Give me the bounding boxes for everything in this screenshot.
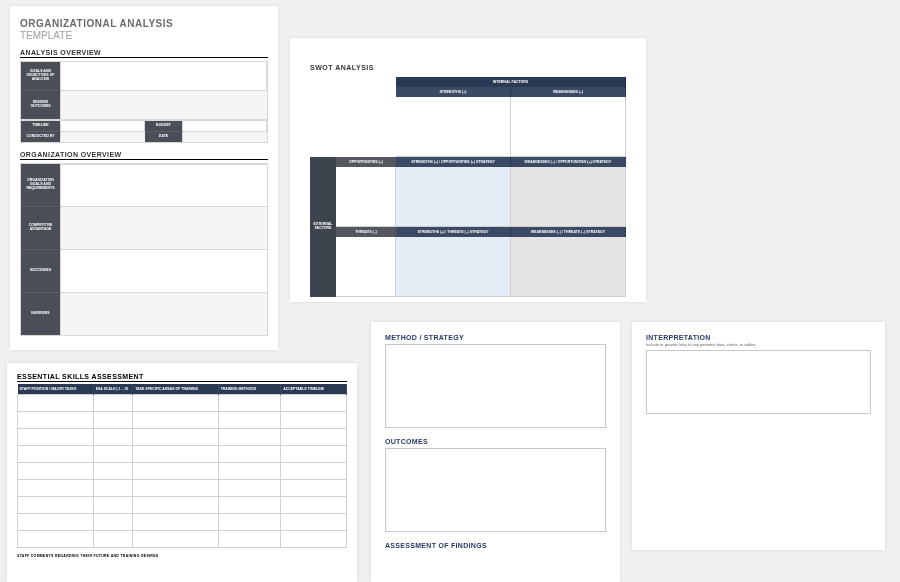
- label-conducted-by: CONDUCTED BY: [21, 131, 61, 142]
- table-row[interactable]: [18, 463, 347, 480]
- cell-threats[interactable]: [336, 237, 396, 297]
- org-analysis-title: ORGANIZATIONAL ANALYSIS: [20, 18, 268, 29]
- cell-strengths[interactable]: [396, 97, 511, 157]
- cell-opportunities[interactable]: [336, 167, 396, 227]
- org-analysis-subtitle: TEMPLATE: [20, 30, 268, 41]
- cell-org-goals[interactable]: [61, 164, 267, 206]
- table-row[interactable]: [18, 497, 347, 514]
- hdr-threats: THREATS (–): [336, 227, 396, 237]
- section-org-overview: ORGANIZATION OVERVIEW: [20, 151, 268, 160]
- label-budget: BUDGET: [145, 121, 183, 131]
- hdr-weaknesses: WEAKNESSES (–): [511, 87, 626, 97]
- label-desired: DESIRED OUTCOMES: [21, 90, 61, 119]
- section-outcomes: OUTCOMES: [385, 438, 606, 445]
- swot-grid: INTERNAL FACTORS STRENGTHS (+) WEAKNESSE…: [310, 77, 626, 297]
- label-org-goals: ORGANIZATION GOALS AND REQUIREMENTS: [21, 164, 61, 206]
- table-row[interactable]: [18, 480, 347, 497]
- table-row[interactable]: [18, 531, 347, 548]
- cell-so[interactable]: [396, 167, 511, 227]
- section-method-strategy: METHOD / STRATEGY: [385, 334, 606, 341]
- cell-date[interactable]: [183, 131, 267, 142]
- section-assessment-findings: ASSESSMENT OF FINDINGS: [385, 542, 606, 549]
- interpretation-note: Include or provide links to any pertinen…: [646, 342, 871, 347]
- cell-budget[interactable]: [183, 121, 267, 131]
- table-row[interactable]: [18, 429, 347, 446]
- interpretation-title: INTERPRETATION: [646, 334, 871, 341]
- panel-swot: SWOT ANALYSIS INTERNAL FACTORS STRENGTHS…: [290, 38, 646, 302]
- col-training-methods: TRAINING METHODS: [218, 384, 281, 395]
- cell-goals[interactable]: [61, 62, 267, 90]
- panel-essential-skills: ESSENTIAL SKILLS ASSESSMENT STAFF POSITI…: [7, 363, 357, 582]
- cell-successes[interactable]: [61, 249, 267, 292]
- hdr-internal-factors: INTERNAL FACTORS: [396, 77, 626, 87]
- box-interpretation[interactable]: [646, 350, 871, 414]
- col-staff-position: STAFF POSITION / MAJOR TASKS: [18, 384, 94, 395]
- essential-skills-title: ESSENTIAL SKILLS ASSESSMENT: [17, 373, 347, 382]
- col-task-areas: TASK SPECIFIC AREAS OF TRAINING: [133, 384, 219, 395]
- table-row[interactable]: [18, 412, 347, 429]
- essential-skills-footnote: STAFF COMMENTS REGARDING THEIR FUTURE AN…: [17, 554, 347, 558]
- box-method-strategy[interactable]: [385, 344, 606, 428]
- analysis-overview-grid-b: TIMELINEBUDGET CONDUCTED BYDATE: [20, 120, 268, 143]
- hdr-opportunities: OPPORTUNITIES (+): [336, 157, 396, 167]
- cell-competitive[interactable]: [61, 206, 267, 249]
- cell-desired[interactable]: [61, 90, 267, 119]
- cell-st[interactable]: [396, 237, 511, 297]
- panel-interpretation: INTERPRETATION Include or provide links …: [632, 322, 885, 550]
- cell-timeline[interactable]: [61, 121, 145, 131]
- section-analysis-overview: ANALYSIS OVERVIEW: [20, 49, 268, 58]
- cell-barriers[interactable]: [61, 292, 267, 335]
- label-date: DATE: [145, 131, 183, 142]
- hdr-so: STRENGTHS (+) / OPPORTUNITIES (+) STRATE…: [396, 157, 511, 167]
- table-header-row: STAFF POSITION / MAJOR TASKS ESA SCALE |…: [18, 384, 347, 395]
- panel-method-strategy: METHOD / STRATEGY OUTCOMES ASSESSMENT OF…: [371, 322, 620, 582]
- col-acceptable-timeline: ACCEPTABLE TIMELINE: [281, 384, 347, 395]
- cell-weaknesses[interactable]: [511, 97, 626, 157]
- panel-org-analysis: ORGANIZATIONAL ANALYSIS TEMPLATE ANALYSI…: [10, 6, 278, 350]
- hdr-wo: WEAKNESSES (–) / OPPORTUNITIES (+) STRAT…: [511, 157, 626, 167]
- label-goals: GOALS AND OBJECTIVES OF ANALYSIS: [21, 62, 61, 90]
- label-barriers: BARRIERS: [21, 292, 61, 335]
- swot-title: SWOT ANALYSIS: [310, 64, 626, 71]
- analysis-overview-grid: GOALS AND OBJECTIVES OF ANALYSIS DESIRED…: [20, 61, 268, 120]
- hdr-strengths: STRENGTHS (+): [396, 87, 511, 97]
- table-row[interactable]: [18, 395, 347, 412]
- hdr-st: STRENGTHS (+) / THREATS (–) STRATEGY: [396, 227, 511, 237]
- table-row[interactable]: [18, 446, 347, 463]
- cell-conducted-by[interactable]: [61, 131, 145, 142]
- cell-wo[interactable]: [511, 167, 626, 227]
- label-competitive: COMPETITIVE ADVANTAGE: [21, 206, 61, 249]
- label-successes: SUCCESSES: [21, 249, 61, 292]
- table-row[interactable]: [18, 514, 347, 531]
- essential-skills-table: STAFF POSITION / MAJOR TASKS ESA SCALE |…: [17, 384, 347, 548]
- box-outcomes[interactable]: [385, 448, 606, 532]
- cell-wt[interactable]: [511, 237, 626, 297]
- hdr-external-factors: EXTERNAL FACTORS: [310, 157, 336, 297]
- label-timeline: TIMELINE: [21, 121, 61, 131]
- org-overview-grid: ORGANIZATION GOALS AND REQUIREMENTS COMP…: [20, 163, 268, 336]
- hdr-wt: WEAKNESSES (–) / THREATS (–) STRATEGY: [511, 227, 626, 237]
- col-esa-scale: ESA SCALE | 1 – 10: [93, 384, 132, 395]
